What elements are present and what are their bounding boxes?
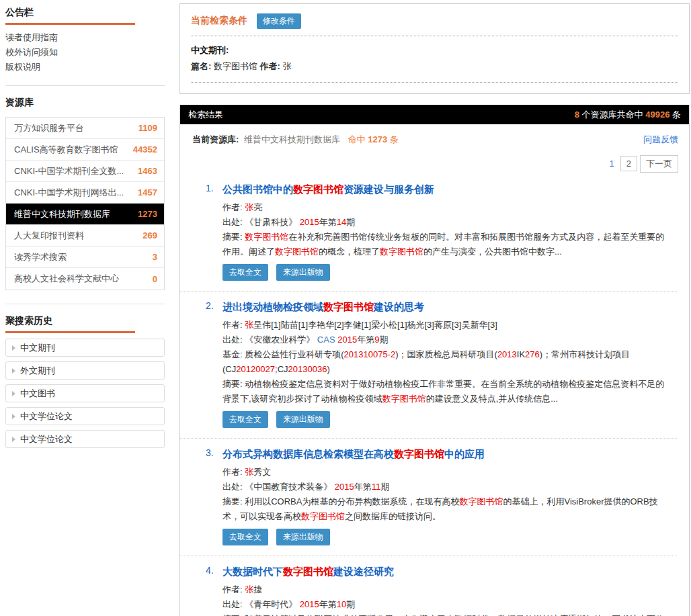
history-item[interactable]: 中文学位论文 <box>5 407 165 425</box>
history-item[interactable]: 中文图书 <box>5 384 165 402</box>
text-segment: 年第 <box>319 599 337 609</box>
history-item[interactable]: 中文学位论文 <box>5 430 165 448</box>
resource-item[interactable]: 万方知识服务平台1109 <box>6 118 164 139</box>
text-segment: 20120027 <box>236 364 275 374</box>
meta-label: 作者: <box>222 202 245 212</box>
hit-count: 命中 1273 条 <box>348 134 399 144</box>
result-meta-line: 出处: 《中国教育技术装备》 2015年第11期 <box>222 480 670 494</box>
text-segment: 利用以CORBA为根基的分布异构数据系统，在现有高校 <box>245 496 459 507</box>
resource-hit-count: 1463 <box>138 166 157 176</box>
text-segment: 数字图书馆 <box>382 394 426 404</box>
text-segment: 《青年时代》 <box>245 599 300 609</box>
text-segment: ) <box>327 364 329 374</box>
resource-item[interactable]: 人大复印报刊资料269 <box>6 225 164 247</box>
text-segment: 期 <box>346 217 355 227</box>
text-segment: 亮 <box>253 202 262 212</box>
current-resource-row: 当前资源库: 维普中文科技期刊数据库 命中 1273 条 问题反馈 <box>180 124 689 148</box>
result-buttons: 去取全文 来源出版物 <box>222 264 670 281</box>
search-history-underline <box>5 331 135 333</box>
text-segment: 1273 <box>368 134 387 144</box>
resource-label: 维普中文科技期刊数据库 <box>14 208 110 220</box>
get-fulltext-button[interactable]: 去取全文 <box>222 411 268 428</box>
notice-board-title: 公告栏 <box>5 5 165 23</box>
text-segment: 数字图书馆 <box>380 247 423 257</box>
results-panel: 检索结果 8 个资源库共命中 49926 条 当前资源库: 维普中文科技期刊数据… <box>179 105 690 616</box>
text-segment: 呈伟[1]陆苗[1]李艳华[2]李健[1]梁小松[1]杨光[3]蒋原[3]吴新华… <box>253 320 497 330</box>
text-segment: IK <box>517 349 525 359</box>
next-page-button[interactable]: 下一页 <box>640 155 678 173</box>
result-meta-line: 出处: 《甘肃科技》 2015年第14期 <box>222 215 670 230</box>
text-segment: 2015 <box>300 599 319 609</box>
text-segment: 秀文 <box>253 467 271 477</box>
notice-links: 读者使用指南校外访问须知版权说明 <box>5 30 165 75</box>
result-title-link[interactable]: 大数据时代下数字图书馆建设途径研究 <box>222 565 670 578</box>
resource-item-selected[interactable]: 维普中文科技期刊数据库1273 <box>6 204 164 225</box>
result-meta-line: 基金: 质检公益性行业科研专项(201310075-2)；国家质检总局科研项目(… <box>222 347 670 377</box>
text-segment: 张 <box>245 467 253 477</box>
search-condition-panel: 当前检索条件 修改条件 中文期刊: 篇名: 数字图书馆 作者: 张 <box>179 3 690 94</box>
notice-link[interactable]: 版权说明 <box>5 60 165 75</box>
resource-item[interactable]: 读秀学术搜索3 <box>6 247 164 268</box>
page-link[interactable]: 2 <box>620 156 637 171</box>
result-title-link[interactable]: 分布式异构数据库信息检索模型在高校数字图书馆中的应用 <box>222 447 670 461</box>
modify-condition-button[interactable]: 修改条件 <box>257 13 301 29</box>
result-meta-line: 摘要: 利用以CORBA为根基的分布异构数据系统，在现有高校数字图书馆的基础上，… <box>222 494 670 524</box>
result-meta-line: 出处: 《安徽农业科学》 CAS 2015年第9期 <box>222 333 670 347</box>
meta-label: 作者: <box>222 467 245 477</box>
resource-hit-count: 0 <box>153 274 157 284</box>
text-segment: 2015 <box>337 335 357 345</box>
search-history-title: 聚搜索历史 <box>5 314 165 331</box>
text-segment: 公共图书馆中的 <box>222 183 293 195</box>
get-fulltext-button[interactable]: 去取全文 <box>222 264 268 281</box>
result-number: 2. <box>206 300 214 311</box>
resource-item[interactable]: 高校人文社会科学文献中心0 <box>6 268 164 290</box>
history-label: 中文期刊 <box>20 343 55 353</box>
result-buttons: 去取全文 来源出版物 <box>222 529 670 545</box>
history-label: 外文期刊 <box>20 365 55 376</box>
current-resource-value: 维普中文科技期刊数据库 <box>244 134 340 144</box>
meta-label: 基金: <box>222 349 245 359</box>
resource-label: CNKI-中国学术期刊网络出... <box>14 187 124 199</box>
pagination: 12下一页 <box>180 148 689 174</box>
text-segment: 的产生与演变，公共图书馆中数字... <box>423 247 562 257</box>
resource-list: 万方知识服务平台1109CALIS高等教育数字图书馆44352CNKI-中国学术… <box>5 117 165 290</box>
text-segment: 篇名: <box>191 61 214 71</box>
result-title-link[interactable]: 公共图书馆中的数字图书馆资源建设与服务创新 <box>222 183 670 196</box>
result-buttons: 去取全文 来源出版物 <box>222 411 670 428</box>
text-segment: 个资源库共命中 <box>579 109 645 120</box>
source-publication-button[interactable]: 来源出版物 <box>276 264 330 281</box>
resource-item[interactable]: CALIS高等教育数字图书馆44352 <box>6 139 164 161</box>
text-segment: 期 <box>346 599 355 609</box>
text-segment: 276 <box>525 349 540 359</box>
condition-header: 当前检索条件 修改条件 <box>191 13 678 36</box>
notice-link[interactable]: 校外访问须知 <box>5 45 165 60</box>
result-meta-line: 作者: 张捷 <box>222 582 670 597</box>
history-item[interactable]: 外文期刊 <box>5 361 165 380</box>
source-publication-button[interactable]: 来源出版物 <box>276 411 330 428</box>
resource-item[interactable]: CNKI-中国学术期刊网络出...1457 <box>6 182 164 204</box>
feedback-link[interactable]: 问题反馈 <box>643 134 678 146</box>
result-meta-line: 摘要: 随着云计算以及物联网技术的不断发展，人们迎来了大数据时代，数据量的增长速… <box>222 612 670 616</box>
resource-label: CNKI-中国学术期刊全文数... <box>14 165 124 177</box>
page-current[interactable]: 1 <box>606 157 618 171</box>
text-segment: 《甘肃科技》 <box>245 217 300 227</box>
resource-label: CALIS高等教育数字图书馆 <box>14 144 118 156</box>
main-column: 当前检索条件 修改条件 中文期刊: 篇名: 数字图书馆 作者: 张 检索结果 8… <box>179 3 690 616</box>
expand-arrow-icon <box>12 414 15 419</box>
source-publication-button[interactable]: 来源出版物 <box>276 529 330 545</box>
history-label: 中文图书 <box>20 388 55 398</box>
notice-link[interactable]: 读者使用指南 <box>5 30 165 45</box>
get-fulltext-button[interactable]: 去取全文 <box>222 529 268 545</box>
text-segment: 年第 <box>357 335 374 345</box>
history-item[interactable]: 中文期刊 <box>5 339 165 357</box>
text-segment: CAS <box>317 335 335 345</box>
resource-item[interactable]: CNKI-中国学术期刊全文数...1463 <box>6 161 164 182</box>
sidebar: 公告栏 读者使用指南校外访问须知版权说明 资源库 万方知识服务平台1109CAL… <box>5 5 165 453</box>
result-title-link[interactable]: 进出境动植物检疫领域数字图书馆建设的思考 <box>222 300 670 314</box>
resource-hit-count: 269 <box>143 230 157 240</box>
meta-label: 摘要: <box>222 496 245 507</box>
result-meta-line: 摘要: 数字图书馆在补充和完善图书馆传统业务短板的同时。对丰富和拓展图书馆服务方… <box>222 230 670 259</box>
notice-underline <box>5 23 135 25</box>
text-segment: 期 <box>380 482 389 492</box>
text-segment: 2015 <box>335 482 354 492</box>
